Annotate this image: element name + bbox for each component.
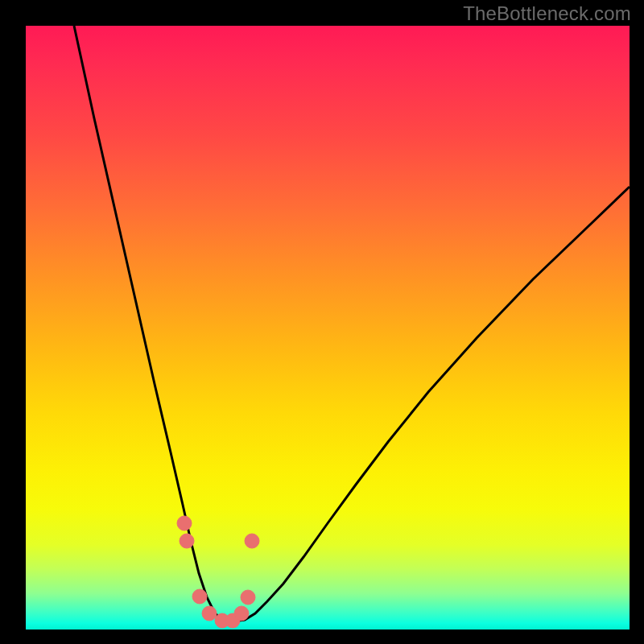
svg-point-1 — [180, 534, 194, 548]
svg-point-3 — [202, 606, 217, 621]
watermark-text: TheBottleneck.com — [463, 2, 631, 25]
chart-frame: TheBottleneck.com — [0, 0, 644, 644]
bottleneck-curve — [74, 26, 630, 621]
curve-layer — [26, 26, 630, 630]
svg-point-0 — [177, 516, 192, 530]
svg-point-2 — [192, 589, 207, 604]
svg-point-6 — [234, 606, 249, 621]
svg-point-7 — [241, 590, 255, 605]
svg-point-8 — [245, 534, 259, 548]
plot-area — [26, 26, 630, 630]
